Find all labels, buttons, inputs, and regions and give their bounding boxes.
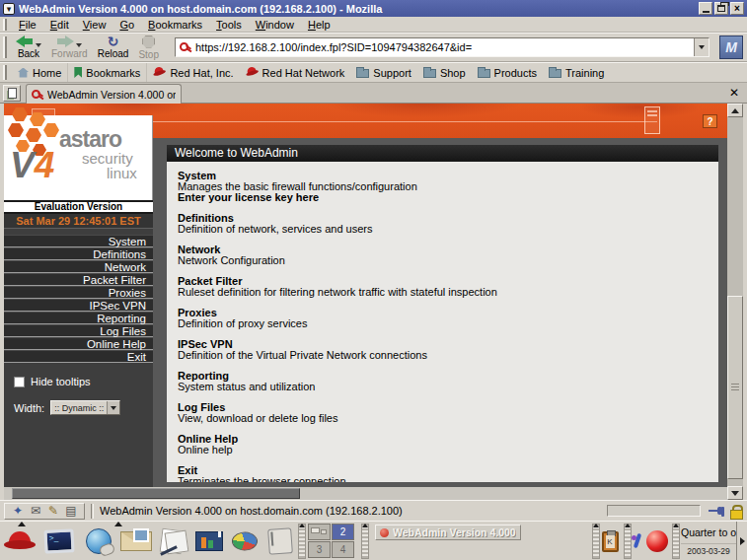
mozilla-throbber[interactable]: M — [719, 35, 743, 59]
sidebar-item-online-help[interactable]: Online Help — [4, 337, 153, 350]
menu-window[interactable]: Window — [249, 19, 301, 31]
writer-launcher[interactable] — [155, 525, 190, 557]
panel-handle[interactable] — [361, 524, 369, 559]
bookmarks-toolbar: Home Bookmarks Red Hat, Inc. Red Hat Net… — [0, 62, 747, 83]
bookmark-redhat-network[interactable]: Red Hat Network — [240, 63, 351, 82]
section-title[interactable]: IPSec VPN — [178, 339, 718, 349]
browser-launcher[interactable] — [81, 525, 116, 557]
menu-tools[interactable]: Tools — [209, 19, 249, 31]
chevron-down-icon — [699, 45, 705, 49]
tab-list-button[interactable] — [3, 85, 21, 102]
url-history-dropdown[interactable] — [694, 38, 709, 56]
composer-icon[interactable]: ✎ — [44, 504, 62, 519]
tab-webadmin[interactable]: WebAdmin Version 4.000 on host.do... — [26, 84, 182, 104]
impress-launcher[interactable] — [191, 525, 227, 557]
sidebar-item-proxies[interactable]: Proxies — [4, 286, 153, 299]
url-bar[interactable]: https://192.168.2.100/index.fpl?SID=1094… — [175, 37, 710, 57]
section-title[interactable]: Exit — [178, 465, 718, 475]
close-button[interactable]: × — [730, 2, 744, 15]
alert-applet[interactable] — [643, 525, 671, 557]
toolbar-grippy[interactable] — [3, 36, 7, 58]
sidebar-item-exit[interactable]: Exit — [4, 350, 153, 363]
workspace-4[interactable]: 4 — [332, 541, 354, 558]
sidebar-item-network[interactable]: Network — [4, 260, 153, 273]
bookmarks-grippy[interactable] — [3, 65, 7, 80]
bookmark-redhat-inc[interactable]: Red Hat, Inc. — [147, 63, 239, 82]
section-title[interactable]: Reporting — [178, 371, 718, 381]
window-titlebar[interactable]: ▾ WebAdmin Version 4.000 on host.domain.… — [0, 0, 747, 17]
main-menu-launcher[interactable] — [2, 525, 37, 557]
reload-button[interactable]: ↻ Reload — [94, 35, 133, 60]
minimize-button[interactable] — [699, 2, 712, 15]
bookmark-bookmarks[interactable]: Bookmarks — [68, 63, 147, 82]
presentation-icon — [195, 531, 223, 551]
bookmark-shop[interactable]: Shop — [417, 63, 472, 82]
width-select[interactable]: :: Dynamic :: — [50, 400, 120, 415]
horizontal-scrollbar[interactable] — [4, 487, 727, 500]
scroll-down-button[interactable] — [727, 486, 743, 500]
menu-edit[interactable]: Edit — [43, 19, 76, 31]
home-icon — [18, 68, 29, 78]
license-key-link[interactable]: Enter your license key here — [178, 192, 718, 202]
redhat-icon — [244, 65, 260, 79]
section-title[interactable]: Packet Filter — [178, 276, 718, 286]
menu-bookmarks[interactable]: Bookmarks — [141, 19, 209, 31]
back-dropdown-icon[interactable] — [36, 43, 41, 47]
menu-go[interactable]: Go — [112, 19, 141, 31]
window-list-button[interactable]: WebAdmin Version 4.000 o... — [375, 525, 521, 540]
forward-dropdown-icon[interactable] — [76, 43, 82, 47]
calculator-launcher[interactable] — [262, 525, 298, 557]
bookmark-home[interactable]: Home — [12, 63, 68, 82]
clipboard-applet[interactable] — [598, 525, 622, 557]
mail-icon[interactable]: ✉ — [27, 504, 44, 519]
lock-icon[interactable] — [730, 505, 741, 518]
menu-file[interactable]: File — [12, 19, 43, 31]
scroll-up-button[interactable] — [727, 104, 743, 117]
section-title[interactable]: Online Help — [178, 434, 718, 444]
sidebar-item-packet-filter[interactable]: Packet Filter — [4, 273, 153, 286]
section-title[interactable]: Definitions — [178, 213, 718, 223]
bookmark-support[interactable]: Support — [350, 63, 417, 82]
workspace-1[interactable] — [308, 524, 331, 540]
section-title[interactable]: Network — [178, 245, 718, 254]
help-button[interactable]: ? — [703, 114, 717, 128]
maximize-button[interactable] — [714, 2, 728, 15]
panel-handle[interactable] — [298, 524, 306, 559]
addressbook-icon[interactable]: ▤ — [62, 504, 80, 519]
hide-tooltips-checkbox[interactable] — [14, 377, 25, 387]
tab-close-button[interactable]: ✕ — [729, 86, 739, 100]
panel-handle[interactable] — [672, 524, 680, 559]
vertical-scrollbar[interactable] — [727, 104, 743, 500]
vertical-scroll-thumb[interactable] — [727, 296, 743, 479]
bookmark-training[interactable]: Training — [543, 63, 610, 82]
workspace-2[interactable]: 2 — [332, 524, 354, 540]
clock-applet[interactable]: Quarter to one 2003-03-29 — [681, 524, 736, 559]
select-dropdown-button[interactable] — [107, 401, 119, 414]
panel-hide-button[interactable] — [736, 522, 747, 560]
main-content: Welcome to WebAdmin System Manages the b… — [153, 138, 727, 487]
stop-button[interactable]: Stop — [134, 35, 163, 61]
pen-applet[interactable] — [630, 525, 643, 557]
section-title[interactable]: Log Files — [178, 402, 718, 412]
sidebar-item-log-files[interactable]: Log Files — [4, 324, 153, 337]
section-title[interactable]: Proxies — [178, 308, 718, 317]
forward-button[interactable]: Forward — [47, 35, 92, 60]
workspace-3[interactable]: 3 — [308, 541, 331, 558]
navigator-icon[interactable]: ✦ — [9, 504, 27, 519]
horizontal-scroll-thumb[interactable] — [12, 488, 300, 499]
sidebar-item-ipsec-vpn[interactable]: IPSec VPN — [4, 299, 153, 312]
back-button[interactable]: Back — [12, 35, 45, 60]
terminal-launcher[interactable]: >_ — [41, 525, 77, 557]
calc-launcher[interactable] — [227, 525, 262, 557]
mail-launcher[interactable] — [118, 525, 154, 557]
url-input[interactable]: https://192.168.2.100/index.fpl?SID=1094… — [195, 41, 694, 53]
sidebar-item-reporting[interactable]: Reporting — [4, 312, 153, 324]
sidebar-item-system[interactable]: System — [4, 235, 153, 247]
menu-view[interactable]: View — [76, 19, 113, 31]
section-title[interactable]: System — [178, 171, 718, 180]
bookmark-products[interactable]: Products — [472, 63, 543, 82]
menubar-grippy[interactable] — [3, 19, 7, 31]
online-plug-icon[interactable] — [709, 505, 724, 517]
menu-help[interactable]: Help — [301, 19, 337, 31]
sidebar-item-definitions[interactable]: Definitions — [4, 247, 153, 260]
